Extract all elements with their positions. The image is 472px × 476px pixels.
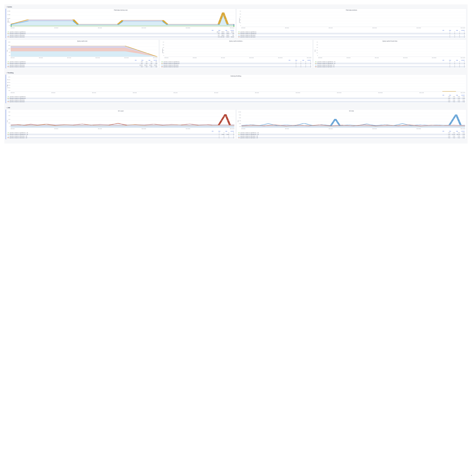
y-tick: 0.10 xyxy=(6,119,10,120)
x-tick: 9/10 16:00 xyxy=(153,57,157,59)
legend-row[interactable]: openebs-ci-elastic-es-cg8mf8zmss0 B0 B0 … xyxy=(7,63,158,64)
noise-svg xyxy=(241,113,465,128)
legend-value: 0 B xyxy=(152,66,157,67)
legend-row[interactable]: openebs-ci-elastic-es-cg8mf8zmss - hit00… xyxy=(314,63,465,64)
legend-row[interactable]: openebs-ci-elastic-es-cg8mf8zmss0000 xyxy=(238,31,465,33)
y-tick: 0.4 xyxy=(237,19,241,20)
legend-row[interactable]: openebs-ci-elastic-es-cg8mf8zmss300 B592… xyxy=(7,31,235,33)
legend-row[interactable]: openebs-ci-elastic-es-vhjzr7p2zz0 B1.148… xyxy=(7,36,235,38)
legend-row[interactable]: openebs-ci-elastic-es-cg8mf8zmss0000 xyxy=(161,63,311,64)
x-tick: 9/9 00:00 xyxy=(11,128,15,130)
legend-row[interactable]: openebs-ci-elastic-es-vhjzr7p2zz0000 xyxy=(238,36,465,38)
legend-value: 300 B xyxy=(215,31,219,33)
x-tick: 9/8 20:00 xyxy=(11,92,15,94)
legend-series-name: openebs-ci-elastic-es-cg8mf8zmss - hit xyxy=(317,63,445,64)
y-tick: 0.4 xyxy=(314,50,318,51)
legend-row[interactable]: openebs-ci-elastic-es-cg8mf8zmss0 B904 B… xyxy=(7,33,235,34)
y-tick: 0.6 xyxy=(160,47,164,48)
legend-series-name: openebs-ci-elastic-es-cg8mf8zmss - hit xyxy=(317,61,445,62)
legend-value: 0 xyxy=(296,66,301,67)
legend-row[interactable]: openebs-ci-elastic-es-cg8mf8zmss - old0 … xyxy=(238,134,465,135)
legend-row[interactable]: openebs-ci-elastic-es-vhjzr7p2zz - old00… xyxy=(7,137,235,138)
legend-row[interactable]: openebs-ci-elastic-es-vhjzr7p2zz0 ns0 ns… xyxy=(7,101,465,102)
legend-row[interactable]: openebs-ci-elastic-es-vhjzr7p2zz - old00… xyxy=(7,135,235,137)
legend-row[interactable]: openebs-ci-elastic-es-cg8mf8zmss0 B0 B0 … xyxy=(7,61,158,63)
section-throttling-header[interactable]: ▾ Throttling xyxy=(6,71,466,74)
legend-row[interactable]: openebs-ci-elastic-es-cg8mf8zmss0 ns0 ns… xyxy=(7,96,465,98)
legend-row[interactable]: openebs-ci-elastic-es-vhjzr7p2zz0 B0 B0 … xyxy=(7,66,158,68)
y-tick: 1.0 xyxy=(160,42,164,43)
x-tick: 9/9 08:00 xyxy=(54,128,58,130)
legend-row[interactable]: openebs-ci-elastic-es-vhjzr7p2zz0000 xyxy=(161,64,311,66)
panel-gc-time[interactable]: GC time Time 0 ns2 ms4 ms6 ms8 ms10 ms 9… xyxy=(237,109,466,139)
legend-row[interactable]: openebs-ci-elastic-es-vhjzr7p2zz - hit00… xyxy=(314,66,465,68)
plot: 00.20.40.60.81.0 xyxy=(318,43,465,57)
legend-row[interactable]: openebs-ci-elastic-es-vhjzr7p2zz0000 xyxy=(161,66,311,68)
legend-value: 0 ns xyxy=(455,137,460,138)
legend-value: 0 xyxy=(460,63,465,64)
legend-header: minmaxavgcurrent xyxy=(7,94,465,96)
legend-row[interactable]: openebs-ci-elastic-es-cg8mf8zmss0000 xyxy=(161,61,311,63)
panel-query-cache-hit-miss[interactable]: Query cache hit and miss Hits/s 00.20.40… xyxy=(313,40,466,68)
legend-row[interactable]: openebs-ci-elastic-es-cg8mf8zmss - old00… xyxy=(7,134,235,135)
legend-series-name: openebs-ci-elastic-es-cg8mf8zmss - old xyxy=(10,132,215,133)
legend-value: 0 ns xyxy=(460,98,465,99)
panel-field-data-evictions[interactable]: Field data evictions Evictions/s 00.20.4… xyxy=(237,9,466,38)
legend-value: 0 ns xyxy=(460,136,465,137)
y-tick: 0.05 xyxy=(6,122,10,123)
legend-header: minmaxavgcurrent xyxy=(7,130,235,132)
legend-value: 0 xyxy=(460,66,465,67)
legend-row[interactable]: openebs-ci-elastic-es-vhjzr7p2zz0000 xyxy=(238,34,465,36)
legend-row[interactable]: openebs-ci-elastic-es-cg8mf8zmss - old00… xyxy=(7,132,235,134)
color-swatch-icon xyxy=(238,133,240,133)
legend-value: 0 xyxy=(306,65,311,66)
color-swatch-icon xyxy=(8,67,9,67)
chart-area: Memory 0 B1000 B2.0 KiB2.9 KiB3.9 KiB 9/… xyxy=(6,12,235,29)
panel-gc-count[interactable]: GC count GC/s 00.050.100.150.20 9/9 00:0… xyxy=(6,109,236,139)
y-tick: 0 B xyxy=(6,25,10,26)
panel-query-cache-size[interactable]: Query cache size Size 0 B5 B10 B15 B20 B… xyxy=(6,40,159,68)
legend-row[interactable]: openebs-ci-elastic-es-vhjzr7p2zz0 ns0 ns… xyxy=(7,99,465,101)
legend-row[interactable]: openebs-ci-elastic-es-cg8mf8zmss0 ns0 ns… xyxy=(7,98,465,99)
legend: minmaxavgcurrentopenebs-ci-elastic-es-cg… xyxy=(160,59,312,68)
legend-row[interactable]: openebs-ci-elastic-es-vhjzr7p2zz8.00 B8.… xyxy=(7,64,158,66)
legend-value: 8.00 B xyxy=(138,65,143,66)
chart-area: Hits/s 00.20.40.60.81.0 9/9 00:009/9 08:… xyxy=(314,43,466,59)
color-swatch-icon xyxy=(238,134,240,135)
color-swatch-icon xyxy=(315,67,316,67)
legend-value: 0 xyxy=(455,65,460,66)
legend-value: 0 xyxy=(445,65,450,66)
legend-value: 0 xyxy=(450,63,455,64)
color-swatch-icon xyxy=(8,37,9,37)
legend-series-name: openebs-ci-elastic-es-vhjzr7p2zz - old xyxy=(10,137,215,138)
x-tick: 9/10 16:00 xyxy=(230,27,234,29)
legend-row[interactable]: openebs-ci-elastic-es-vhjzr7p2zz0 B808 B… xyxy=(7,34,235,36)
legend-value: 0 ns xyxy=(450,100,455,101)
y-tick: 0.2 xyxy=(314,52,318,53)
y-tick: 0 xyxy=(160,55,164,56)
legend-row[interactable]: openebs-ci-elastic-es-cg8mf8zmss - old0 … xyxy=(238,132,465,134)
legend-row[interactable]: openebs-ci-elastic-es-cg8mf8zmss - hit00… xyxy=(314,61,465,63)
legend-value: 1.148 KiB xyxy=(219,36,224,37)
section-jvm-title: JVM xyxy=(7,107,10,109)
legend-row[interactable]: openebs-ci-elastic-es-cg8mf8zmss0000 xyxy=(238,33,465,34)
x-ticks: 9/9 00:009/9 08:009/9 16:009/10 00:009/1… xyxy=(241,27,465,29)
x-ticks: 9/8 20:009/9 00:009/9 04:009/9 08:009/9 … xyxy=(11,92,465,94)
x-tick: 9/10 00:00 xyxy=(372,128,377,130)
y-tick: 10 B xyxy=(6,48,10,50)
legend-value: 0 ns xyxy=(455,96,460,97)
panel-field-data-memory[interactable]: Field data memory size Memory 0 B1000 B2… xyxy=(6,9,236,38)
legend-row[interactable]: openebs-ci-elastic-es-vhjzr7p2zz - old0 … xyxy=(238,137,465,138)
y-tick: 0.8 xyxy=(314,44,318,45)
section-caches-header[interactable]: ▾ Caches xyxy=(6,5,466,9)
section-jvm-header[interactable]: ▾ JVM xyxy=(6,106,466,109)
x-tick: 9/10 08:00 xyxy=(186,27,190,29)
panel-indexing-throttling[interactable]: Indexing throttling Time 0 ns200 ms400 m… xyxy=(6,74,466,103)
legend-value: 0 xyxy=(292,61,296,62)
color-swatch-icon xyxy=(162,62,163,62)
section-throttling-title: Throttling xyxy=(7,72,14,74)
x-tick: 9/10 08:00 xyxy=(278,57,282,59)
panel-query-cache-evictions[interactable]: Query cache evictions Evictions/s 00.20.… xyxy=(160,40,312,68)
legend-row[interactable]: openebs-ci-elastic-es-vhjzr7p2zz - old0 … xyxy=(238,135,465,137)
legend-row[interactable]: openebs-ci-elastic-es-vhjzr7p2zz - hit00… xyxy=(314,64,465,66)
